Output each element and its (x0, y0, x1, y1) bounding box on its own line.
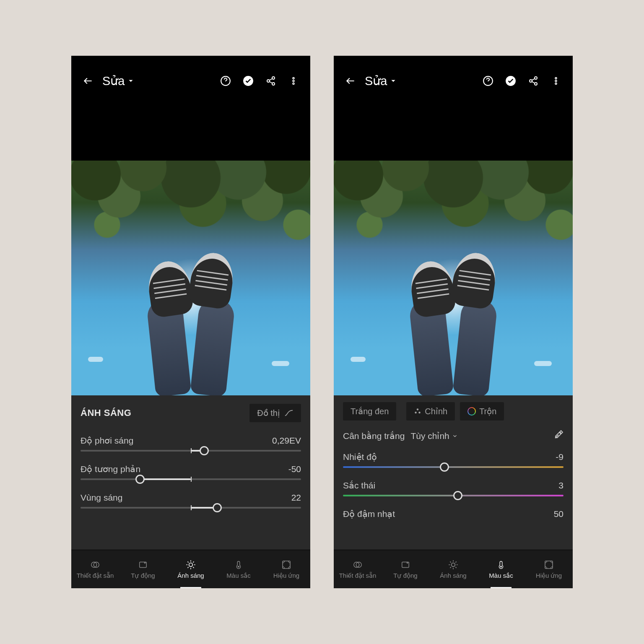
spacer (334, 106, 573, 161)
done-button[interactable] (240, 73, 257, 89)
nav-label: Màu sắc (226, 572, 250, 579)
bottom-nav: Thiết đặt sẵnTự độngÁnh sángMàu sắcHiệu … (71, 550, 310, 588)
mix-chip[interactable]: Trộn (460, 402, 504, 421)
svg-point-16 (535, 77, 537, 79)
wb-dropdown[interactable]: Tùy chỉnh (410, 431, 457, 441)
slider-value: 3 (558, 480, 564, 491)
svg-point-3 (267, 80, 270, 82)
svg-point-12 (238, 566, 239, 567)
slider-thumb[interactable] (440, 462, 449, 472)
slider-nhiệt-độ[interactable]: Nhiệt độ-9 (343, 444, 564, 473)
slider-label: Độ tương phản (80, 464, 140, 474)
svg-rect-30 (545, 561, 553, 569)
slider-sắc-thái[interactable]: Sắc thái3 (343, 473, 564, 501)
temp-icon (496, 559, 506, 570)
dropdown-caret-icon (128, 78, 134, 84)
panel-title: ÁNH SÁNG (80, 408, 131, 418)
svg-point-7 (293, 83, 294, 85)
slider-thumb[interactable] (135, 475, 145, 484)
slider-thumb[interactable] (200, 446, 209, 455)
help-button[interactable] (217, 73, 234, 89)
slider-thumb[interactable] (213, 503, 222, 512)
svg-point-24 (419, 412, 421, 414)
svg-point-18 (535, 83, 537, 85)
eyedropper-button[interactable] (553, 430, 564, 442)
color-panel: Trắng đen Chỉnh Trộn Cân bằng trắng Tùy … (334, 395, 573, 550)
preset-icon (352, 559, 363, 570)
nav-auto[interactable]: Tự động (382, 550, 429, 588)
share-button[interactable] (262, 73, 279, 89)
light-icon (185, 559, 196, 570)
svg-point-11 (189, 563, 193, 567)
svg-point-22 (417, 408, 419, 410)
svg-point-5 (293, 78, 294, 79)
back-button[interactable] (342, 73, 359, 89)
slider-track[interactable] (80, 507, 301, 509)
nav-label: Ánh sáng (177, 572, 204, 579)
svg-point-6 (293, 80, 294, 82)
slider-độ-tương-phản[interactable]: Độ tương phản-50 (80, 457, 301, 485)
mode-label: Sửa (102, 74, 125, 88)
slider-value: 0,29EV (272, 436, 301, 446)
curve-button[interactable]: Đồ thị (249, 404, 301, 422)
nav-light[interactable]: Ánh sáng (429, 550, 477, 588)
image-preview[interactable] (71, 161, 310, 395)
help-button[interactable] (480, 73, 496, 89)
phone-left: Sửa ÁNH SÁNG Đồ thị (71, 56, 310, 588)
nav-label: Thiết đặt sẵn (77, 572, 114, 579)
nav-light[interactable]: Ánh sáng (167, 550, 215, 588)
nav-label: Tự động (131, 572, 155, 579)
nav-fx[interactable]: Hiệu ứng (262, 550, 310, 588)
mode-label: Sửa (365, 74, 387, 88)
fx-icon (544, 559, 554, 570)
slider-track[interactable] (343, 495, 564, 496)
nav-label: Tự động (393, 572, 417, 579)
nav-temp[interactable]: Màu sắc (215, 550, 262, 588)
auto-icon (400, 559, 411, 570)
dropdown-caret-icon (390, 78, 396, 84)
adjust-chip[interactable]: Chỉnh (406, 402, 455, 421)
svg-rect-13 (283, 561, 290, 569)
svg-point-23 (415, 412, 417, 414)
preset-icon (90, 559, 101, 570)
nav-fx[interactable]: Hiệu ứng (525, 550, 573, 588)
slider-track[interactable] (80, 450, 301, 452)
slider-track[interactable] (343, 466, 564, 468)
slider-độ-đậm-nhạt[interactable]: Độ đậm nhạt50 (343, 501, 564, 527)
svg-point-21 (555, 83, 557, 85)
slider-label: Độ phơi sáng (80, 436, 133, 446)
svg-point-29 (500, 566, 502, 567)
nav-auto[interactable]: Tự động (119, 550, 167, 588)
nav-label: Ánh sáng (440, 572, 466, 579)
svg-point-2 (272, 77, 275, 79)
bw-chip[interactable]: Trắng đen (343, 402, 396, 421)
nav-preset[interactable]: Thiết đặt sẵn (334, 550, 382, 588)
slider-vùng-sáng[interactable]: Vùng sáng22 (80, 485, 301, 514)
image-preview[interactable] (334, 161, 573, 395)
slider-thumb[interactable] (453, 491, 462, 500)
nav-preset[interactable]: Thiết đặt sẵn (71, 550, 119, 588)
slider-label: Nhiệt độ (343, 452, 377, 462)
slider-value: 22 (291, 493, 301, 503)
curve-icon (284, 409, 293, 417)
done-button[interactable] (502, 73, 519, 89)
slider-value: -50 (288, 464, 301, 474)
slider-độ-phơi-sáng[interactable]: Độ phơi sáng0,29EV (80, 428, 301, 457)
slider-label: Sắc thái (343, 480, 375, 491)
bottom-nav: Thiết đặt sẵnTự độngÁnh sángMàu sắcHiệu … (334, 550, 573, 588)
slider-label: Vùng sáng (80, 493, 122, 503)
back-button[interactable] (80, 73, 96, 89)
more-button[interactable] (548, 73, 564, 89)
topbar: Sửa (71, 56, 310, 106)
mode-dropdown[interactable]: Sửa (102, 74, 134, 88)
mode-dropdown[interactable]: Sửa (365, 74, 396, 88)
slider-label: Độ đậm nhạt (343, 509, 395, 519)
more-button[interactable] (285, 73, 302, 89)
auto-icon (138, 559, 148, 570)
slider-value: 50 (554, 509, 564, 519)
nav-temp[interactable]: Màu sắc (477, 550, 525, 588)
svg-point-19 (555, 78, 557, 79)
share-button[interactable] (525, 73, 542, 89)
spacer (71, 106, 310, 161)
slider-track[interactable] (80, 478, 301, 480)
